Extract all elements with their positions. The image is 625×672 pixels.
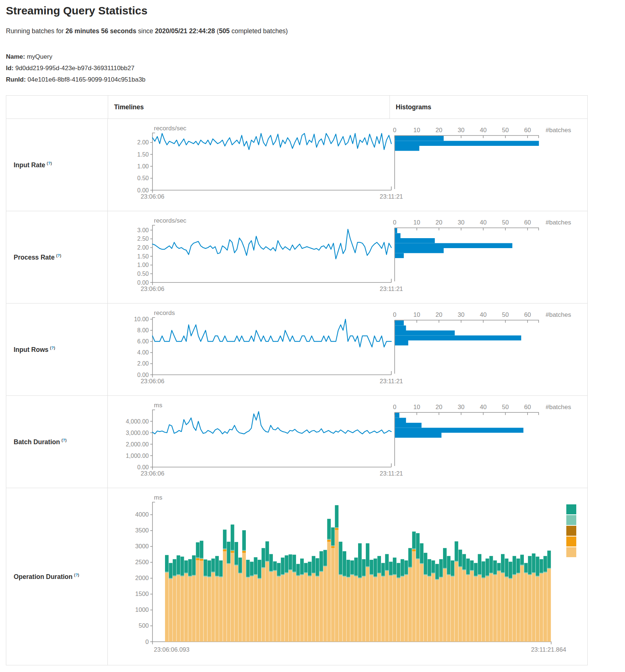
svg-text:20: 20 (436, 219, 442, 226)
svg-text:ms: ms (154, 402, 162, 409)
process-rate-charts: records/sec0.000.501.001.502.002.503.002… (108, 211, 587, 303)
svg-text:2.00: 2.00 (137, 139, 149, 145)
svg-text:23:06:06: 23:06:06 (141, 193, 164, 200)
table-header-row: Timelines Histograms (6, 96, 587, 119)
svg-text:1.00: 1.00 (137, 163, 149, 169)
svg-text:30: 30 (458, 311, 464, 318)
svg-text:23:06:06.093: 23:06:06.093 (154, 646, 189, 653)
svg-text:30: 30 (458, 219, 464, 226)
svg-text:60: 60 (524, 219, 531, 226)
svg-text:23:06:06: 23:06:06 (141, 285, 164, 292)
query-id-line: Id: 9d0dd219-995d-423e-b97d-36931110bb27 (6, 62, 145, 74)
svg-text:0.50: 0.50 (137, 175, 149, 181)
svg-text:50: 50 (502, 219, 509, 226)
svg-text:records/sec: records/sec (154, 217, 186, 224)
svg-text:1.00: 1.00 (137, 262, 149, 268)
svg-text:0: 0 (393, 404, 396, 410)
svg-text:10: 10 (413, 404, 420, 410)
svg-text:3500: 3500 (135, 527, 149, 534)
help-icon[interactable]: (?) (50, 346, 55, 350)
query-meta: Name: myQuery Id: 9d0dd219-995d-423e-b97… (6, 51, 145, 85)
svg-text:6.00: 6.00 (137, 338, 149, 344)
input-rows-label: Input Rows(?) (14, 346, 55, 354)
query-name-value: myQuery (27, 53, 52, 60)
input-rate-label: Input Rate(?) (14, 161, 52, 169)
svg-text:20: 20 (436, 311, 442, 318)
svg-text:10: 10 (413, 311, 420, 318)
table-row-batch-duration: Batch Duration(?) ms0.001,000.002,000.00… (6, 396, 587, 488)
process-rate-label: Process Rate(?) (14, 253, 61, 261)
svg-text:1,000.00: 1,000.00 (126, 453, 149, 459)
input-rate-charts: records/sec0.000.501.001.502.0023:06:062… (108, 119, 587, 211)
running-duration: 26 minutes 56 seconds (66, 27, 137, 35)
svg-text:60: 60 (524, 127, 531, 133)
start-timestamp: 2020/05/21 22:44:28 (155, 27, 215, 35)
query-runid-line: RunId: 04e101e6-8bf8-4165-9099-9104c951b… (6, 74, 145, 85)
table-row-input-rate: Input Rate(?) records/sec0.000.501.001.5… (6, 119, 587, 211)
table-row-operation-duration: Operation Duration(?) ms0500100015002000… (6, 488, 587, 665)
table-row-input-rows: Input Rows(?) records0.002.004.006.008.0… (6, 304, 587, 396)
query-name-line: Name: myQuery (6, 51, 145, 62)
svg-text:1.50: 1.50 (137, 151, 149, 158)
operation-duration-label: Operation Duration(?) (14, 573, 79, 581)
svg-text:60: 60 (524, 311, 531, 318)
svg-text:1000: 1000 (135, 606, 149, 613)
svg-text:0.00: 0.00 (137, 280, 149, 286)
svg-text:10.00: 10.00 (134, 316, 149, 322)
help-icon[interactable]: (?) (56, 253, 61, 258)
svg-text:23:06:06: 23:06:06 (141, 470, 164, 477)
svg-text:10: 10 (413, 219, 420, 226)
help-icon[interactable]: (?) (74, 573, 79, 577)
svg-text:2,000.00: 2,000.00 (126, 441, 149, 448)
svg-text:0.00: 0.00 (137, 372, 149, 378)
svg-text:23:11:21.864: 23:11:21.864 (531, 646, 566, 653)
svg-text:23:11:21: 23:11:21 (380, 193, 403, 200)
svg-text:20: 20 (436, 404, 442, 410)
svg-text:23:11:21: 23:11:21 (380, 285, 403, 292)
summary-text: Running batches for (6, 27, 66, 35)
svg-text:30: 30 (458, 404, 464, 410)
operation-duration-chart: ms0500100015002000250030003500400023:06:… (108, 488, 587, 665)
svg-text:50: 50 (502, 127, 509, 133)
svg-text:0.00: 0.00 (137, 187, 149, 193)
svg-text:23:06:06: 23:06:06 (141, 378, 164, 384)
svg-text:3,000.00: 3,000.00 (126, 430, 149, 436)
svg-text:60: 60 (524, 404, 531, 410)
stats-table: Timelines Histograms Input Rate(?) recor… (6, 95, 588, 665)
input-rows-charts: records0.002.004.006.008.0010.0023:06:06… (108, 304, 587, 395)
svg-text:#batches: #batches (546, 127, 571, 134)
svg-text:ms: ms (154, 494, 162, 501)
svg-text:3.00: 3.00 (137, 227, 149, 233)
svg-text:3000: 3000 (135, 543, 149, 549)
table-row-process-rate: Process Rate(?) records/sec0.000.501.001… (6, 211, 587, 304)
svg-text:0.00: 0.00 (137, 464, 149, 470)
help-icon[interactable]: (?) (47, 161, 52, 165)
streaming-query-statistics-page: Streaming Query Statistics Running batch… (0, 0, 625, 672)
svg-text:10: 10 (413, 127, 420, 133)
svg-text:2.00: 2.00 (137, 244, 149, 251)
table-header-blank-cell (6, 96, 108, 119)
row-label-cell: Process Rate(?) (6, 211, 108, 303)
svg-text:4.00: 4.00 (137, 349, 149, 356)
running-batches-summary: Running batches for 26 minutes 56 second… (6, 27, 288, 35)
svg-text:40: 40 (480, 219, 487, 226)
row-label-cell: Input Rows(?) (6, 304, 108, 395)
svg-text:0: 0 (145, 638, 149, 645)
svg-text:20: 20 (436, 127, 442, 133)
query-runid-value: 04e101e6-8bf8-4165-9099-9104c951ba3b (28, 76, 146, 83)
svg-text:0: 0 (393, 127, 396, 133)
completed-batches-count: 505 (219, 27, 230, 35)
svg-text:2000: 2000 (135, 575, 149, 581)
svg-text:40: 40 (480, 127, 487, 133)
svg-text:23:11:21: 23:11:21 (380, 470, 403, 477)
svg-text:1500: 1500 (135, 590, 149, 597)
svg-text:500: 500 (138, 622, 149, 629)
svg-text:4,000.00: 4,000.00 (126, 418, 149, 425)
table-header-timelines: Timelines (108, 96, 390, 119)
table-header-histograms: Histograms (390, 96, 587, 119)
row-label-cell: Operation Duration(?) (6, 488, 108, 665)
help-icon[interactable]: (?) (61, 438, 66, 442)
svg-text:40: 40 (480, 311, 487, 318)
row-label-cell: Input Rate(?) (6, 119, 108, 211)
svg-text:0: 0 (393, 219, 396, 226)
